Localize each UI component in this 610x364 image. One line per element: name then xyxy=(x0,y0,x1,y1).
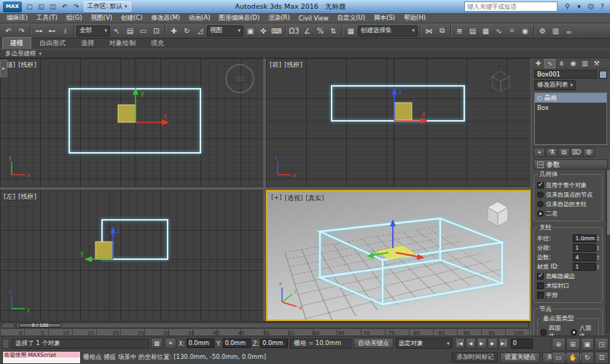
modifier-stack-box[interactable]: Box xyxy=(535,103,606,112)
modifier-list-dropdown[interactable]: 修改器列表 ▾ xyxy=(534,80,576,90)
ribbon-tab-modeling[interactable]: 建模 xyxy=(2,37,31,49)
modifier-stack-lattice[interactable]: ○晶格 xyxy=(535,93,606,103)
undo-icon[interactable]: ↶ xyxy=(59,1,70,12)
set-key-button[interactable]: 设置关键点 xyxy=(500,352,540,363)
x-coordinate-field[interactable] xyxy=(187,339,214,348)
use-pivot-center-button[interactable]: ▣ xyxy=(244,25,257,37)
schematic-view-button[interactable]: ⌗ xyxy=(506,25,518,37)
utilities-tab-icon[interactable]: ⚒ xyxy=(591,59,602,68)
menu-item[interactable]: 组(G) xyxy=(62,14,87,23)
parameters-rollout-header[interactable]: − 参数 xyxy=(533,159,608,170)
zoom-all-button[interactable]: ⊞ xyxy=(566,338,580,351)
spinner-arrows-icon[interactable] xyxy=(597,264,599,269)
current-frame-field[interactable] xyxy=(511,339,533,349)
sign-in-icon[interactable]: ☺ xyxy=(585,1,596,12)
show-end-result-icon[interactable]: ⚗ xyxy=(546,148,558,157)
select-and-link-button[interactable]: ⊶ xyxy=(33,25,45,37)
menu-item[interactable]: 渲染(R) xyxy=(264,14,294,23)
modify-tab-icon[interactable]: ∿ xyxy=(544,59,555,68)
command-panel-scrollbar[interactable] xyxy=(606,169,610,334)
infocenter-search-input[interactable] xyxy=(464,1,558,12)
menu-item[interactable]: 视图(V) xyxy=(87,14,117,23)
open-file-icon[interactable]: ◱ xyxy=(36,1,47,12)
spinner-arrows-icon[interactable] xyxy=(597,254,599,260)
menu-item[interactable]: Civil View xyxy=(294,15,333,22)
time-slider-handle[interactable]: 0 / 100 xyxy=(19,323,61,328)
both-radio[interactable]: 二者 xyxy=(537,209,599,218)
menu-item[interactable]: 创建(C) xyxy=(117,14,147,23)
select-by-name-button[interactable]: ▤ xyxy=(124,25,136,37)
ribbon-toggle-button[interactable]: ▦ xyxy=(480,25,492,37)
y-coordinate-field[interactable] xyxy=(223,339,251,348)
select-and-move-button[interactable]: ✚ xyxy=(168,25,180,37)
viewport-persp-shading-menu[interactable]: [真实] xyxy=(306,194,324,203)
spinner-arrows-icon[interactable] xyxy=(597,245,599,250)
viewport-persp-pov-menu[interactable]: [透视] xyxy=(285,194,303,203)
go-to-start-button[interactable]: |◀ xyxy=(455,338,465,349)
pan-button[interactable]: ✋ xyxy=(566,352,580,364)
configure-modifier-sets-icon[interactable]: ⚙ xyxy=(583,148,595,157)
add-time-tag-button[interactable]: 添加时间标记 xyxy=(452,352,498,363)
menu-item[interactable]: 编辑(E) xyxy=(2,14,32,23)
menu-item[interactable]: 动画(A) xyxy=(184,14,214,23)
zoom-extents-all-button[interactable]: ◳ xyxy=(595,338,609,351)
window-crossing-toggle[interactable]: ⊡ xyxy=(150,25,163,37)
status-panel-toggle[interactable] xyxy=(2,339,9,349)
help-icon[interactable]: ? xyxy=(597,1,608,12)
maxscript-script-line[interactable] xyxy=(3,357,80,363)
joints-only-radio[interactable]: 仅来自顶点的节点 xyxy=(537,190,599,199)
viewport-left-pov-menu[interactable]: [左] xyxy=(4,192,15,202)
make-unique-icon[interactable]: ⧉ xyxy=(558,148,570,157)
selection-region-button[interactable]: ▭ xyxy=(137,25,149,37)
rendered-frame-window-button[interactable]: ▥ xyxy=(550,25,562,37)
play-button[interactable]: ▶ xyxy=(477,338,487,349)
motion-tab-icon[interactable]: ◉ xyxy=(568,59,579,68)
layer-manager-button[interactable]: ≣ xyxy=(453,25,466,37)
zoom-button[interactable]: ⊕ xyxy=(552,338,566,351)
ribbon-tab-selection[interactable]: 选择 xyxy=(74,38,101,49)
undo-button[interactable]: ↶ xyxy=(2,25,15,37)
maxscript-mini-listener[interactable]: 欢迎使用 MAXScript xyxy=(2,351,81,364)
angle-snap-toggle[interactable]: ∠ xyxy=(301,25,313,37)
named-selection-sets-dropdown[interactable]: 创建选择集▾ xyxy=(358,25,418,36)
object-name-field[interactable]: Box001 xyxy=(534,70,597,79)
menu-item[interactable]: 自定义(U) xyxy=(333,14,369,23)
maximize-viewport-toggle[interactable]: ⊡ xyxy=(595,352,609,364)
selection-lock-toggle[interactable]: ⊠ xyxy=(151,338,163,349)
render-production-button[interactable]: ☕ xyxy=(563,25,575,37)
ribbon-panel-strip[interactable]: 多边形建模 ▾ xyxy=(0,50,610,58)
track-bar-mini-button[interactable] xyxy=(1,323,15,328)
previous-frame-button[interactable]: ◀ xyxy=(466,338,476,349)
key-mode-dropdown[interactable]: 选定对象 ▾ xyxy=(396,338,453,349)
strut-radius-spinner[interactable]: 1.0mm xyxy=(573,234,599,242)
selection-filter-dropdown[interactable]: 全部▾ xyxy=(77,25,110,36)
select-and-scale-button[interactable]: ◿ xyxy=(194,25,206,37)
ribbon-tab-freeform[interactable]: 自由形式 xyxy=(32,38,73,49)
menu-item[interactable]: 工具(T) xyxy=(32,14,62,23)
viewport-persp-general-menu[interactable]: [+] xyxy=(271,194,282,203)
orbit-button[interactable]: ↻ xyxy=(581,352,595,364)
render-setup-button[interactable]: ⚙ xyxy=(536,25,549,37)
tetra-radio[interactable]: 四面体 xyxy=(549,324,566,336)
octa-radio[interactable]: 八面体 xyxy=(579,324,596,336)
redo-button[interactable]: ↷ xyxy=(15,25,28,37)
strut-material-id-spinner[interactable]: 1 xyxy=(573,263,599,271)
scrollbar-thumb[interactable] xyxy=(607,170,610,235)
menu-item[interactable]: 脚本(S) xyxy=(369,14,399,23)
display-tab-icon[interactable]: ▥ xyxy=(579,59,590,68)
auto-key-toggle[interactable]: 自动关键点 xyxy=(353,338,394,349)
zoom-extents-button[interactable]: ▣ xyxy=(581,338,595,351)
mirror-button[interactable]: ⋈ xyxy=(423,25,435,37)
strut-segments-spinner[interactable]: 1 xyxy=(573,244,599,252)
viewport-perspective-active[interactable]: [+][透视][真实] xyxy=(266,190,531,321)
align-button[interactable]: ⧉ xyxy=(436,25,448,37)
scene-explorer-button[interactable]: ▤ xyxy=(466,25,479,37)
viewport-left[interactable]: [左][线框] z y z y xyxy=(0,190,263,321)
material-editor-button[interactable]: ◉ xyxy=(519,25,531,37)
new-scene-icon[interactable]: ▢ xyxy=(24,1,35,12)
caret-down-icon[interactable]: ▾ xyxy=(574,1,584,12)
go-to-end-button[interactable]: ▶| xyxy=(498,338,509,349)
smooth-checkbox[interactable]: 平滑 xyxy=(537,290,599,299)
remove-modifier-icon[interactable]: ⌦ xyxy=(571,148,582,157)
save-file-icon[interactable]: ◫ xyxy=(47,1,58,12)
